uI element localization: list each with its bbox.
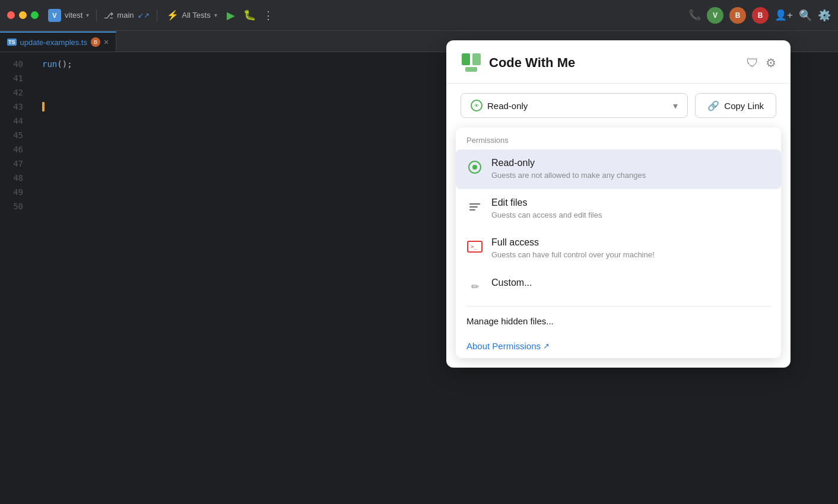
edit-files-title: Edit files bbox=[491, 197, 770, 208]
full-access-icon: >_ bbox=[466, 238, 483, 255]
run-config-chevron: ▾ bbox=[214, 12, 217, 18]
custom-title: Custom... bbox=[491, 277, 770, 288]
lightning-icon: ⚡ bbox=[167, 9, 179, 21]
custom-icon: ✏ bbox=[466, 279, 483, 295]
more-options-btn[interactable]: ⋮ bbox=[263, 9, 274, 22]
branch-section[interactable]: ⎇ main ↙↗ bbox=[104, 11, 149, 20]
about-permissions-item[interactable]: About Permissions ↗ bbox=[456, 334, 781, 358]
svg-rect-3 bbox=[465, 67, 477, 72]
tab-filename: update-examples.ts bbox=[20, 38, 87, 47]
read-only-title: Read-only bbox=[491, 158, 770, 168]
about-permissions-link[interactable]: About Permissions ↗ bbox=[466, 341, 770, 351]
shield-icon[interactable]: 🛡 bbox=[747, 56, 758, 70]
permission-edit-files-item[interactable]: Edit files Guests can access and edit fi… bbox=[456, 189, 781, 229]
file-tab[interactable]: TS update-examples.ts B × bbox=[0, 31, 116, 52]
add-person-icon[interactable]: 👤+ bbox=[774, 9, 793, 21]
maximize-traffic-light[interactable] bbox=[31, 11, 39, 19]
copy-link-btn[interactable]: 🔗 Copy Link bbox=[695, 93, 776, 118]
project-name: vitest bbox=[65, 11, 82, 20]
svg-rect-1 bbox=[462, 53, 470, 65]
edit-files-description: Guests can access and edit files bbox=[491, 210, 770, 221]
run-play-btn[interactable]: ▶ bbox=[227, 9, 235, 22]
avatar-v[interactable]: V bbox=[707, 7, 723, 24]
tab-avatar: B bbox=[91, 37, 100, 47]
permission-full-access-item[interactable]: >_ Full access Guests can have full cont… bbox=[456, 229, 781, 269]
close-traffic-light[interactable] bbox=[7, 11, 15, 19]
traffic-lights bbox=[7, 11, 39, 19]
popup-actions: 👁 Read-only ▾ 🔗 Copy Link bbox=[446, 84, 791, 127]
phone-icon[interactable]: 📞 bbox=[688, 9, 701, 21]
menu-divider bbox=[466, 306, 770, 307]
minimize-traffic-light[interactable] bbox=[19, 11, 27, 19]
link-icon: 🔗 bbox=[707, 100, 719, 111]
settings-popup-icon[interactable]: ⚙ bbox=[766, 56, 776, 70]
code-with-me-popup: Code With Me 🛡 ⚙ 👁 Read-only ▾ 🔗 Copy Li… bbox=[446, 40, 791, 368]
permissions-label: Permissions bbox=[456, 127, 781, 149]
titlebar: V vitest ▾ ⎇ main ↙↗ ⚡ All Tests ▾ ▶ 🐛 ⋮… bbox=[0, 0, 838, 31]
toolbar-right: 📞 V B B 👤+ 🔍 ⚙️ bbox=[688, 7, 831, 24]
settings-icon[interactable]: ⚙️ bbox=[818, 9, 831, 22]
run-config-name: All Tests bbox=[182, 11, 211, 20]
bookmark-marker bbox=[42, 102, 45, 111]
code-token: run bbox=[42, 57, 57, 71]
read-only-description: Guests are not allowed to make any chang… bbox=[491, 170, 770, 181]
read-only-content: Read-only Guests are not allowed to make… bbox=[491, 158, 770, 181]
ts-badge: TS bbox=[7, 39, 17, 46]
branch-icon: ⎇ bbox=[104, 11, 113, 20]
full-access-title: Full access bbox=[491, 237, 770, 248]
project-section[interactable]: V vitest ▾ bbox=[48, 9, 89, 22]
manage-hidden-files-label: Manage hidden files... bbox=[466, 316, 554, 326]
avatar-b1[interactable]: B bbox=[729, 7, 746, 24]
read-only-dropdown-btn[interactable]: 👁 Read-only ▾ bbox=[461, 93, 688, 118]
cwm-logo-svg bbox=[461, 52, 482, 74]
separator bbox=[96, 9, 97, 21]
eye-icon: 👁 bbox=[471, 100, 483, 111]
run-section[interactable]: ⚡ All Tests ▾ bbox=[167, 9, 217, 21]
popup-title: Code With Me bbox=[489, 55, 747, 71]
more-dots-icon: ⋮ bbox=[263, 9, 274, 21]
popup-header: Code With Me 🛡 ⚙ bbox=[446, 40, 791, 84]
eye-circle-icon bbox=[468, 161, 481, 174]
search-icon[interactable]: 🔍 bbox=[799, 9, 812, 22]
manage-hidden-files-item[interactable]: Manage hidden files... bbox=[456, 309, 781, 334]
custom-content: Custom... bbox=[491, 277, 770, 290]
read-only-label: Read-only bbox=[487, 101, 528, 111]
svg-rect-2 bbox=[472, 53, 481, 65]
tab-close-icon[interactable]: × bbox=[104, 37, 109, 47]
read-only-icon bbox=[466, 159, 483, 176]
separator2 bbox=[157, 9, 157, 21]
about-permissions-label: About Permissions bbox=[466, 341, 541, 351]
full-access-description: Guests can have full control over your m… bbox=[491, 250, 770, 260]
edit-files-content: Edit files Guests can access and edit fi… bbox=[491, 197, 770, 221]
branch-arrows: ↙↗ bbox=[138, 11, 150, 20]
copy-link-label: Copy Link bbox=[724, 101, 764, 111]
permission-custom-item[interactable]: ✏ Custom... bbox=[456, 269, 781, 304]
permission-read-only-item[interactable]: Read-only Guests are not allowed to make… bbox=[456, 149, 781, 189]
branch-name: main bbox=[117, 11, 134, 20]
dropdown-chevron-icon: ▾ bbox=[673, 100, 678, 111]
pencil-icon: ✏ bbox=[471, 281, 479, 292]
full-access-content: Full access Guests can have full control… bbox=[491, 237, 770, 260]
project-icon: V bbox=[48, 9, 61, 22]
lines-icon bbox=[469, 203, 480, 210]
terminal-icon: >_ bbox=[467, 241, 483, 253]
bug-icon: 🐛 bbox=[243, 9, 256, 21]
cwm-logo bbox=[461, 52, 482, 74]
external-link-icon: ↗ bbox=[543, 342, 550, 350]
popup-header-icons: 🛡 ⚙ bbox=[747, 56, 776, 70]
project-chevron-icon: ▾ bbox=[86, 12, 89, 18]
edit-files-icon bbox=[466, 199, 483, 215]
debug-btn[interactable]: 🐛 bbox=[243, 9, 256, 21]
avatar-b2[interactable]: B bbox=[752, 7, 769, 24]
play-icon: ▶ bbox=[227, 9, 235, 21]
line-numbers: 40 41 42 43 44 45 46 47 48 49 50 bbox=[0, 52, 33, 218]
permissions-dropdown: Permissions Read-only Guests are not all… bbox=[456, 127, 781, 358]
